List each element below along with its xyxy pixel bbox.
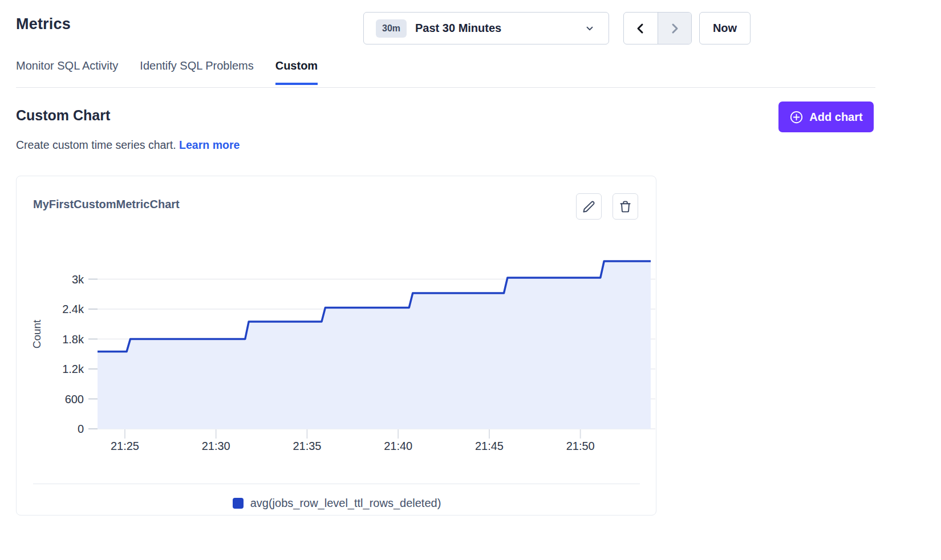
time-nav-group	[623, 12, 692, 44]
learn-more-link[interactable]: Learn more	[179, 139, 240, 151]
x-tick-label: 21:35	[293, 440, 321, 452]
time-range-dropdown[interactable]: 30m Past 30 Minutes	[363, 12, 609, 44]
y-tick-label: 3k	[72, 273, 84, 286]
edit-chart-button[interactable]	[576, 193, 602, 220]
x-tick-label: 21:25	[111, 440, 139, 452]
chart-title: MyFirstCustomMetricChart	[33, 198, 180, 211]
time-range-label: Past 30 Minutes	[415, 22, 501, 35]
now-button-label: Now	[713, 22, 737, 35]
tab-divider	[16, 87, 875, 88]
legend-divider	[33, 484, 640, 484]
y-tick-label: 600	[65, 393, 84, 405]
x-tick-label: 21:40	[384, 440, 412, 452]
now-button[interactable]: Now	[699, 12, 751, 44]
tab-bar: Monitor SQL Activity Identify SQL Proble…	[16, 59, 318, 84]
tab-identify-sql-problems[interactable]: Identify SQL Problems	[140, 59, 253, 84]
tab-custom[interactable]: Custom	[275, 59, 318, 84]
page-title: Metrics	[16, 15, 71, 33]
legend-label: avg(jobs_row_level_ttl_rows_deleted)	[250, 497, 441, 510]
chevron-right-icon	[668, 22, 682, 35]
add-chart-button[interactable]: Add chart	[778, 102, 874, 132]
y-tick-label: 0	[78, 423, 84, 435]
pencil-icon	[582, 200, 595, 213]
chevron-down-icon	[585, 23, 595, 36]
y-tick-label: 1.8k	[62, 333, 84, 346]
x-tick-label: 21:45	[475, 440, 504, 452]
section-description: Create custom time series chart. Learn m…	[16, 139, 240, 152]
delete-chart-button[interactable]	[613, 193, 638, 220]
next-time-button[interactable]	[658, 13, 692, 44]
time-series-chart[interactable]: 06001.2k1.8k2.4k3k21:2521:3021:3521:4021…	[17, 237, 657, 460]
custom-chart-card: MyFirstCustomMetricChart 06001.2k1.8k2.4…	[16, 176, 656, 516]
x-tick-label: 21:50	[566, 440, 595, 452]
legend-swatch	[233, 498, 244, 509]
time-range-badge: 30m	[376, 19, 407, 38]
section-heading: Custom Chart	[16, 107, 110, 124]
previous-time-button[interactable]	[624, 13, 658, 44]
y-axis-title: Count	[31, 319, 43, 348]
metrics-page: Metrics 30m Past 30 Minutes Now Monitor …	[0, 0, 941, 560]
tab-monitor-sql-activity[interactable]: Monitor SQL Activity	[16, 59, 118, 84]
add-chart-label: Add chart	[809, 111, 862, 124]
y-tick-label: 1.2k	[62, 363, 84, 375]
y-tick-label: 2.4k	[62, 303, 84, 315]
x-tick-label: 21:30	[202, 440, 230, 452]
trash-icon	[619, 200, 632, 213]
chart-legend[interactable]: avg(jobs_row_level_ttl_rows_deleted)	[17, 497, 657, 510]
plus-circle-icon	[789, 110, 804, 124]
section-description-text: Create custom time series chart.	[16, 139, 176, 151]
series-area	[98, 261, 651, 429]
chevron-left-icon	[634, 22, 647, 35]
